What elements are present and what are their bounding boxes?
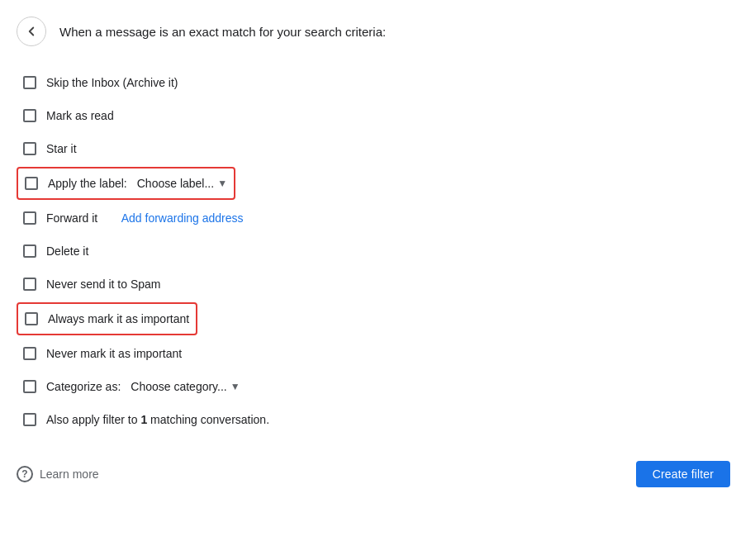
- label-star-it: Star it: [46, 142, 77, 155]
- checkbox-always-important[interactable]: [25, 312, 38, 325]
- create-filter-button[interactable]: Create filter: [636, 461, 730, 487]
- checkbox-forward-it[interactable]: [23, 211, 36, 225]
- help-icon-symbol: ?: [21, 468, 27, 480]
- checkbox-never-important[interactable]: [23, 347, 36, 360]
- checkbox-apply-existing[interactable]: [23, 413, 36, 426]
- option-categorize: Categorize as: Choose category... ▼: [17, 370, 730, 403]
- option-never-spam: Never send it to Spam: [17, 268, 730, 301]
- label-mark-read: Mark as read: [46, 109, 114, 122]
- option-skip-inbox: Skip the Inbox (Archive it): [17, 66, 730, 99]
- checkbox-categorize[interactable]: [23, 380, 36, 393]
- checkbox-star-it[interactable]: [23, 142, 36, 155]
- label-apply-existing: Also apply filter to 1 matching conversa…: [46, 413, 269, 426]
- checkbox-mark-read[interactable]: [23, 109, 36, 122]
- footer: ? Learn more Create filter: [17, 453, 730, 496]
- label-never-spam: Never send it to Spam: [46, 278, 161, 291]
- category-dropdown-arrow-icon: ▼: [230, 381, 240, 392]
- label-always-important: Always mark it as important: [48, 312, 189, 325]
- checkbox-never-spam[interactable]: [23, 278, 36, 291]
- checkbox-delete-it[interactable]: [23, 244, 36, 258]
- category-dropdown[interactable]: Choose category... ▼: [131, 380, 240, 393]
- label-delete-it: Delete it: [46, 244, 88, 258]
- learn-more-link[interactable]: Learn more: [40, 467, 99, 481]
- option-delete-it: Delete it: [17, 235, 730, 268]
- label-apply-label: Apply the label:: [48, 177, 127, 190]
- header-description: When a message is an exact match for you…: [59, 25, 386, 39]
- category-dropdown-text: Choose category...: [131, 380, 226, 393]
- label-never-important: Never mark it as important: [46, 347, 182, 360]
- checkbox-apply-label[interactable]: [25, 177, 38, 190]
- label-dropdown-text: Choose label...: [137, 177, 214, 190]
- dropdown-arrow-icon: ▼: [217, 178, 227, 189]
- option-mark-read: Mark as read: [17, 99, 730, 132]
- learn-more-section: ? Learn more: [17, 466, 99, 482]
- label-forward-it: Forward it: [46, 211, 97, 225]
- label-dropdown[interactable]: Choose label... ▼: [137, 177, 227, 190]
- label-skip-inbox: Skip the Inbox (Archive it): [46, 76, 178, 89]
- help-icon[interactable]: ?: [17, 466, 33, 482]
- checkbox-skip-inbox[interactable]: [23, 76, 36, 89]
- option-star-it: Star it: [17, 132, 730, 165]
- back-button[interactable]: [17, 17, 46, 46]
- filter-options-list: Skip the Inbox (Archive it) Mark as read…: [17, 66, 730, 436]
- option-apply-label: Apply the label: Choose label... ▼: [17, 167, 235, 200]
- option-never-important: Never mark it as important: [17, 337, 730, 370]
- label-categorize: Categorize as:: [46, 380, 121, 393]
- option-apply-existing: Also apply filter to 1 matching conversa…: [17, 403, 730, 436]
- option-always-important: Always mark it as important: [17, 302, 197, 335]
- option-forward-it: Forward it Add forwarding address: [17, 202, 730, 235]
- matching-count: 1: [140, 413, 147, 426]
- add-forwarding-link[interactable]: Add forwarding address: [121, 211, 244, 225]
